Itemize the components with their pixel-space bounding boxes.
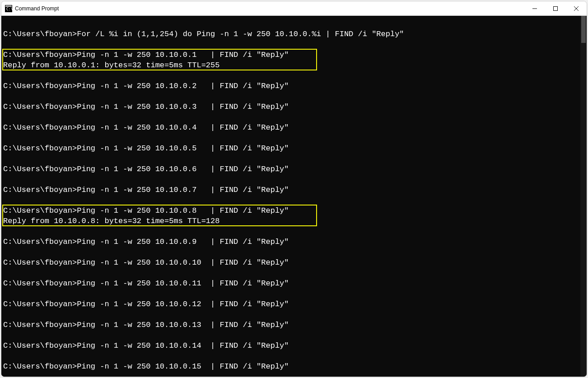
terminal-blank-line bbox=[3, 154, 580, 164]
terminal-blank-line bbox=[3, 112, 580, 122]
terminal-blank-line bbox=[3, 247, 580, 257]
terminal-line: C:\Users\fboyan>Ping -n 1 -w 250 10.10.0… bbox=[3, 143, 580, 154]
cmd-icon: C:\ bbox=[5, 5, 12, 12]
minimize-button[interactable] bbox=[524, 1, 545, 15]
command-prompt-window: C:\ Command Prompt C:\Users\fboyan>For /… bbox=[1, 1, 587, 377]
terminal-blank-line bbox=[3, 268, 580, 278]
scrollbar-thumb[interactable] bbox=[581, 16, 586, 43]
terminal-blank-line bbox=[3, 351, 580, 361]
svg-rect-4 bbox=[554, 6, 558, 10]
terminal-blank-line bbox=[3, 226, 580, 237]
terminal-blank-line bbox=[3, 330, 580, 341]
terminal-line: C:\Users\fboyan>Ping -n 1 -w 250 10.10.0… bbox=[3, 81, 580, 91]
terminal-line: C:\Users\fboyan>Ping -n 1 -w 250 10.10.0… bbox=[3, 320, 580, 330]
terminal-blank-line bbox=[3, 309, 580, 320]
terminal-line: Reply from 10.10.0.8: bytes=32 time=5ms … bbox=[3, 216, 580, 226]
window-controls bbox=[524, 1, 587, 15]
terminal-output[interactable]: C:\Users\fboyan>For /L %i in (1,1,254) d… bbox=[1, 16, 580, 377]
terminal-line: C:\Users\fboyan>Ping -n 1 -w 250 10.10.0… bbox=[3, 237, 580, 247]
terminal-line: C:\Users\fboyan>For /L %i in (1,1,254) d… bbox=[3, 29, 580, 39]
terminal-line: C:\Users\fboyan>Ping -n 1 -w 250 10.10.0… bbox=[3, 50, 580, 60]
scrollbar[interactable] bbox=[580, 16, 587, 377]
window-title: Command Prompt bbox=[15, 5, 524, 12]
terminal-wrap: C:\Users\fboyan>For /L %i in (1,1,254) d… bbox=[1, 16, 587, 377]
terminal-blank-line bbox=[3, 174, 580, 185]
terminal-line: C:\Users\fboyan>Ping -n 1 -w 250 10.10.0… bbox=[3, 164, 580, 174]
terminal-line: C:\Users\fboyan>Ping -n 1 -w 250 10.10.0… bbox=[3, 205, 580, 216]
terminal-blank-line bbox=[3, 133, 580, 143]
close-button[interactable] bbox=[566, 1, 587, 15]
svg-rect-1 bbox=[5, 5, 12, 7]
terminal-line: C:\Users\fboyan>Ping -n 1 -w 250 10.10.0… bbox=[3, 257, 580, 268]
terminal-line: C:\Users\fboyan>Ping -n 1 -w 250 10.10.0… bbox=[3, 102, 580, 112]
svg-text:C:\: C:\ bbox=[6, 7, 12, 11]
terminal-line: Reply from 10.10.0.1: bytes=32 time=5ms … bbox=[3, 60, 580, 70]
titlebar[interactable]: C:\ Command Prompt bbox=[1, 1, 587, 16]
terminal-line: C:\Users\fboyan>Ping -n 1 -w 250 10.10.0… bbox=[3, 185, 580, 195]
terminal-line: C:\Users\fboyan>Ping -n 1 -w 250 10.10.0… bbox=[3, 278, 580, 289]
terminal-blank-line bbox=[3, 91, 580, 102]
terminal-blank-line bbox=[3, 39, 580, 50]
terminal-blank-line bbox=[3, 289, 580, 299]
terminal-line: C:\Users\fboyan>Ping -n 1 -w 250 10.10.0… bbox=[3, 122, 580, 133]
terminal-blank-line bbox=[3, 19, 580, 29]
terminal-line: C:\Users\fboyan>Ping -n 1 -w 250 10.10.0… bbox=[3, 361, 580, 372]
terminal-line: C:\Users\fboyan>Ping -n 1 -w 250 10.10.0… bbox=[3, 341, 580, 351]
terminal-line: C:\Users\fboyan>Ping -n 1 -w 250 10.10.0… bbox=[3, 299, 580, 309]
terminal-blank-line bbox=[3, 70, 580, 81]
maximize-button[interactable] bbox=[545, 1, 566, 15]
terminal-blank-line bbox=[3, 195, 580, 205]
